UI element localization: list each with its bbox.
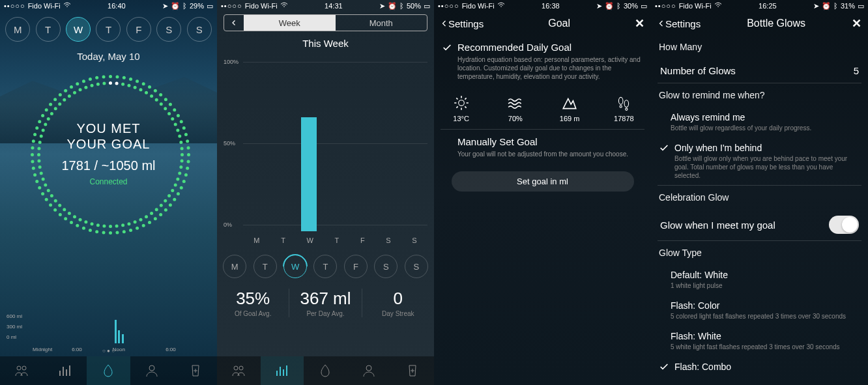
battery-icon: ▭ xyxy=(207,2,213,10)
tab-hydration[interactable] xyxy=(304,356,347,385)
wifi-icon xyxy=(714,1,722,10)
number-of-glows-row[interactable]: Number of Glows 5 xyxy=(651,59,868,83)
svg-point-6 xyxy=(458,100,464,106)
screen-bottle-glows: ••○○○Fido Wi-Fi 16:25 ➤⏰ᛒ31%▭ Settings B… xyxy=(651,0,868,385)
clock: 14:31 xyxy=(325,2,343,10)
glow-type-option[interactable]: Flash: Combo xyxy=(651,356,868,378)
day-button[interactable]: S xyxy=(156,17,181,42)
tab-friends[interactable] xyxy=(0,356,44,385)
meet-goal-toggle-row: Glow when I meet my goal xyxy=(651,209,868,240)
steps-icon xyxy=(597,94,651,112)
carrier-label: Fido Wi-Fi xyxy=(28,2,61,10)
status-bar: ••○○○ Fido Wi-Fi 16:40 ➤ ⏰ ᛒ 29% ▭ xyxy=(0,0,217,12)
wifi-icon xyxy=(497,1,505,10)
day-button[interactable]: T xyxy=(96,17,121,42)
set-goal-button[interactable]: Set goal in ml xyxy=(452,171,634,192)
status-bar: ••○○○Fido Wi-Fi 16:25 ➤⏰ᛒ31%▭ xyxy=(651,0,868,12)
close-button[interactable]: ✕ xyxy=(852,16,861,31)
screen-today: ••○○○ Fido Wi-Fi 16:40 ➤ ⏰ ᛒ 29% ▭ MTWTF… xyxy=(0,0,217,385)
day-button[interactable]: F xyxy=(126,17,151,42)
option-always[interactable]: Always remind me Bottle will glow regard… xyxy=(651,107,868,137)
tab-stats[interactable] xyxy=(44,356,87,385)
section-celebration: Celebration Glow xyxy=(651,186,868,209)
tab-add[interactable] xyxy=(390,356,434,385)
section-when: Glow to remind me when? xyxy=(651,83,868,107)
env-waves: 70% xyxy=(488,94,542,122)
location-icon: ➤ xyxy=(162,2,168,10)
connection-status: Connected xyxy=(89,177,127,186)
status-bar: ••○○○Fido Wi-Fi 16:38 ➤⏰ᛒ30%▭ xyxy=(434,0,651,12)
goal-amount: 1781 / ~1050 ml xyxy=(62,158,156,173)
env-mountain: 169 m xyxy=(543,94,597,122)
signal-dots: ••○○○ xyxy=(4,2,25,10)
chart-bar xyxy=(301,117,317,231)
clock: 16:25 xyxy=(759,2,777,10)
stats-row: 35%Of Goal Avg.367 mlPer Day Avg.0Day St… xyxy=(217,283,434,322)
bluetooth-icon: ᛒ xyxy=(182,2,187,10)
page-title: Bottle Glows xyxy=(747,18,805,29)
back-button[interactable]: Settings xyxy=(441,18,484,29)
page-indicator: ○ ● ○ xyxy=(102,348,115,354)
day-selector: MTWTFSS xyxy=(217,250,434,283)
day-button[interactable]: S xyxy=(187,17,212,42)
tab-bar xyxy=(0,356,217,385)
page-title: Goal xyxy=(548,18,570,29)
tab-hydration[interactable] xyxy=(87,356,130,385)
svg-point-4 xyxy=(239,366,243,370)
day-button[interactable]: F xyxy=(344,255,368,278)
env-sun: 13°C xyxy=(434,94,488,122)
hourly-chart: 600 ml 300 ml 0 ml Midnight 6:00 Noon 6:… xyxy=(7,313,210,352)
alarm-icon: ⏰ xyxy=(171,2,180,10)
day-selector: MTWTFSS xyxy=(0,12,217,47)
status-bar: ••○○○Fido Wi-Fi 14:31 ➤⏰ᛒ50%▭ xyxy=(217,0,434,12)
day-button[interactable]: T xyxy=(36,17,61,42)
svg-point-10 xyxy=(626,108,628,110)
glow-type-option[interactable]: Flash: Color5 colored light fast flashes… xyxy=(651,295,868,326)
day-button[interactable]: S xyxy=(405,255,428,278)
section-how-many: How Many xyxy=(651,35,868,59)
day-button[interactable]: M xyxy=(223,255,246,278)
wifi-icon xyxy=(63,1,71,10)
tab-friends[interactable] xyxy=(217,356,261,385)
today-date: Today, May 10 xyxy=(0,51,217,62)
day-button[interactable]: W xyxy=(66,17,91,42)
svg-point-9 xyxy=(620,106,622,107)
battery-pct: 29% xyxy=(190,2,204,10)
waves-icon xyxy=(488,94,542,112)
svg-point-2 xyxy=(149,365,154,371)
glow-type-option[interactable]: Default: White1 white light pulse xyxy=(651,264,868,295)
option-behind[interactable]: Only when I'm behind Bottle will glow on… xyxy=(651,137,868,185)
day-button[interactable]: T xyxy=(253,255,277,278)
chart-title: This Week xyxy=(217,38,434,49)
tab-profile[interactable] xyxy=(130,356,174,385)
day-button[interactable]: M xyxy=(5,17,30,42)
manual-goal-section[interactable]: Manually Set Goal Your goal will not be … xyxy=(434,130,651,165)
segment-week[interactable]: Week xyxy=(244,15,336,31)
check-icon xyxy=(442,42,452,53)
segment-month[interactable]: Month xyxy=(336,15,427,31)
tab-stats[interactable] xyxy=(261,356,304,385)
section-glow-type: Glow Type xyxy=(651,241,868,264)
back-button[interactable]: Settings xyxy=(658,18,701,29)
screen-goal-settings: ••○○○Fido Wi-Fi 16:38 ➤⏰ᛒ30%▭ Settings G… xyxy=(434,0,651,385)
tab-profile[interactable] xyxy=(347,356,391,385)
sun-icon xyxy=(434,94,488,112)
svg-point-0 xyxy=(17,366,21,370)
env-steps: 17878 xyxy=(597,94,651,122)
screen-week: ••○○○Fido Wi-Fi 14:31 ➤⏰ᛒ50%▭ Week Month… xyxy=(217,0,434,385)
glow-type-option[interactable]: Flash: White5 white light fast flashes r… xyxy=(651,326,868,356)
recommended-goal-section[interactable]: Recommended Daily Goal Hydration equatio… xyxy=(434,35,651,87)
meet-goal-toggle[interactable] xyxy=(829,216,859,234)
segment-control: Week Month xyxy=(224,14,427,31)
mountain-icon xyxy=(543,94,597,112)
tab-add[interactable] xyxy=(173,356,217,385)
back-button[interactable] xyxy=(224,15,244,31)
day-button[interactable]: T xyxy=(313,255,337,278)
goal-message: YOU MET YOUR GOAL xyxy=(67,121,151,152)
day-button[interactable]: W xyxy=(283,255,307,278)
svg-point-1 xyxy=(22,366,26,370)
svg-point-5 xyxy=(366,365,371,371)
day-button[interactable]: S xyxy=(374,255,398,278)
svg-point-7 xyxy=(619,97,624,104)
close-button[interactable]: ✕ xyxy=(635,16,644,31)
